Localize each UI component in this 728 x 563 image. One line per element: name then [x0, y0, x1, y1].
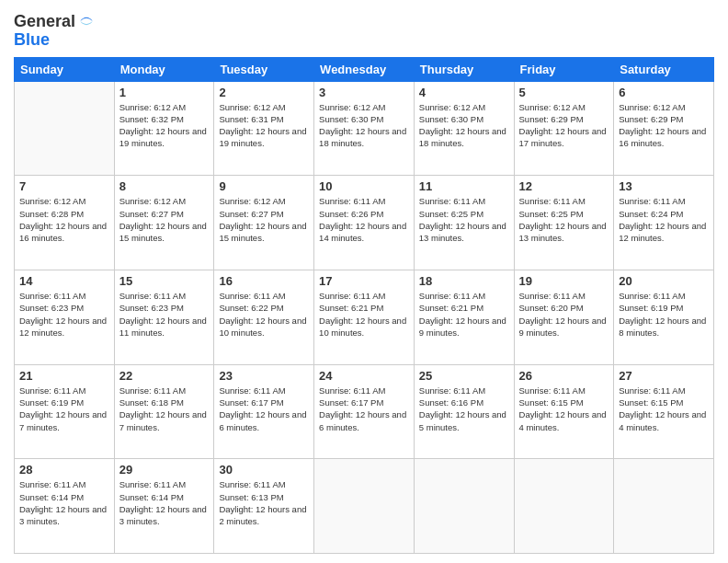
day-info: Sunrise: 6:12 AM Sunset: 6:27 PM Dayligh…: [219, 195, 309, 244]
day-number: 23: [219, 369, 309, 383]
calendar-cell: 20 Sunrise: 6:11 AM Sunset: 6:19 PM Dayl…: [614, 270, 714, 364]
day-info: Sunrise: 6:11 AM Sunset: 6:24 PM Dayligh…: [619, 195, 709, 244]
day-info: Sunrise: 6:12 AM Sunset: 6:31 PM Dayligh…: [219, 101, 309, 150]
calendar-cell: 10 Sunrise: 6:11 AM Sunset: 6:26 PM Dayl…: [314, 176, 415, 270]
day-number: 30: [219, 463, 309, 477]
day-info: Sunrise: 6:12 AM Sunset: 6:28 PM Dayligh…: [19, 195, 109, 244]
day-info: Sunrise: 6:12 AM Sunset: 6:29 PM Dayligh…: [619, 101, 709, 150]
day-info: Sunrise: 6:11 AM Sunset: 6:15 PM Dayligh…: [519, 385, 609, 433]
day-info: Sunrise: 6:11 AM Sunset: 6:16 PM Dayligh…: [419, 385, 509, 433]
calendar-week-row: 1 Sunrise: 6:12 AM Sunset: 6:32 PM Dayli…: [15, 81, 714, 176]
day-number: 24: [319, 369, 409, 383]
weekday-header-friday: Friday: [514, 57, 614, 81]
day-number: 2: [219, 86, 309, 99]
calendar-cell: 7 Sunrise: 6:12 AM Sunset: 6:28 PM Dayli…: [15, 176, 115, 270]
calendar-cell: 23 Sunrise: 6:11 AM Sunset: 6:17 PM Dayl…: [214, 364, 314, 459]
calendar-cell: 24 Sunrise: 6:11 AM Sunset: 6:17 PM Dayl…: [314, 364, 415, 459]
day-number: 1: [119, 86, 210, 99]
calendar-cell: 17 Sunrise: 6:11 AM Sunset: 6:21 PM Dayl…: [314, 270, 415, 364]
calendar-cell: 29 Sunrise: 6:11 AM Sunset: 6:14 PM Dayl…: [114, 459, 214, 554]
day-info: Sunrise: 6:11 AM Sunset: 6:21 PM Dayligh…: [319, 290, 409, 339]
weekday-header-tuesday: Tuesday: [214, 57, 314, 81]
calendar-week-row: 7 Sunrise: 6:12 AM Sunset: 6:28 PM Dayli…: [15, 176, 714, 270]
calendar-cell: 5 Sunrise: 6:12 AM Sunset: 6:29 PM Dayli…: [514, 81, 614, 176]
day-info: Sunrise: 6:12 AM Sunset: 6:30 PM Dayligh…: [319, 101, 409, 150]
weekday-header-saturday: Saturday: [614, 57, 714, 81]
page: General Blue SundayMondayTuesdayWednesda…: [0, 0, 728, 563]
calendar-cell: 11 Sunrise: 6:11 AM Sunset: 6:25 PM Dayl…: [414, 176, 514, 270]
day-info: Sunrise: 6:12 AM Sunset: 6:30 PM Dayligh…: [419, 101, 509, 150]
day-info: Sunrise: 6:11 AM Sunset: 6:23 PM Dayligh…: [119, 290, 210, 339]
calendar-week-row: 28 Sunrise: 6:11 AM Sunset: 6:14 PM Dayl…: [15, 459, 714, 554]
calendar-cell: [414, 459, 514, 554]
day-info: Sunrise: 6:11 AM Sunset: 6:25 PM Dayligh…: [419, 195, 509, 244]
weekday-header-row: SundayMondayTuesdayWednesdayThursdayFrid…: [15, 57, 714, 81]
day-number: 19: [519, 274, 609, 288]
calendar-cell: 19 Sunrise: 6:11 AM Sunset: 6:20 PM Dayl…: [514, 270, 614, 364]
day-info: Sunrise: 6:11 AM Sunset: 6:19 PM Dayligh…: [619, 290, 709, 339]
calendar-cell: 9 Sunrise: 6:12 AM Sunset: 6:27 PM Dayli…: [214, 176, 314, 270]
calendar-cell: 2 Sunrise: 6:12 AM Sunset: 6:31 PM Dayli…: [214, 81, 314, 176]
day-number: 9: [219, 179, 309, 193]
calendar-cell: 28 Sunrise: 6:11 AM Sunset: 6:14 PM Dayl…: [15, 459, 115, 554]
header: General Blue: [14, 9, 714, 50]
calendar-cell: 27 Sunrise: 6:11 AM Sunset: 6:15 PM Dayl…: [614, 364, 714, 459]
day-info: Sunrise: 6:11 AM Sunset: 6:17 PM Dayligh…: [319, 385, 409, 433]
logo: General Blue: [14, 13, 96, 50]
calendar-cell: 6 Sunrise: 6:12 AM Sunset: 6:29 PM Dayli…: [614, 81, 714, 176]
day-number: 29: [119, 463, 210, 477]
day-info: Sunrise: 6:12 AM Sunset: 6:32 PM Dayligh…: [119, 101, 210, 150]
calendar-cell: [15, 81, 115, 176]
calendar-cell: 30 Sunrise: 6:11 AM Sunset: 6:13 PM Dayl…: [214, 459, 314, 554]
calendar-cell: 15 Sunrise: 6:11 AM Sunset: 6:23 PM Dayl…: [114, 270, 214, 364]
day-number: 6: [619, 86, 709, 99]
day-number: 4: [419, 86, 509, 99]
day-info: Sunrise: 6:11 AM Sunset: 6:18 PM Dayligh…: [119, 385, 210, 433]
day-number: 11: [419, 179, 509, 193]
day-number: 10: [319, 179, 409, 193]
calendar-cell: 25 Sunrise: 6:11 AM Sunset: 6:16 PM Dayl…: [414, 364, 514, 459]
calendar-cell: 14 Sunrise: 6:11 AM Sunset: 6:23 PM Dayl…: [15, 270, 115, 364]
day-number: 14: [19, 274, 109, 288]
calendar-cell: 16 Sunrise: 6:11 AM Sunset: 6:22 PM Dayl…: [214, 270, 314, 364]
calendar-cell: 13 Sunrise: 6:11 AM Sunset: 6:24 PM Dayl…: [614, 176, 714, 270]
day-info: Sunrise: 6:11 AM Sunset: 6:21 PM Dayligh…: [419, 290, 509, 339]
logo-icon: [77, 12, 96, 30]
calendar: SundayMondayTuesdayWednesdayThursdayFrid…: [14, 57, 714, 554]
calendar-cell: 12 Sunrise: 6:11 AM Sunset: 6:25 PM Dayl…: [514, 176, 614, 270]
weekday-header-thursday: Thursday: [414, 57, 514, 81]
weekday-header-monday: Monday: [114, 57, 214, 81]
calendar-cell: 26 Sunrise: 6:11 AM Sunset: 6:15 PM Dayl…: [514, 364, 614, 459]
day-number: 5: [519, 86, 609, 99]
calendar-cell: 22 Sunrise: 6:11 AM Sunset: 6:18 PM Dayl…: [114, 364, 214, 459]
calendar-cell: 18 Sunrise: 6:11 AM Sunset: 6:21 PM Dayl…: [414, 270, 514, 364]
day-info: Sunrise: 6:11 AM Sunset: 6:15 PM Dayligh…: [619, 385, 709, 433]
day-info: Sunrise: 6:11 AM Sunset: 6:14 PM Dayligh…: [119, 478, 210, 527]
day-number: 28: [19, 463, 109, 477]
day-info: Sunrise: 6:12 AM Sunset: 6:27 PM Dayligh…: [119, 195, 210, 244]
day-number: 22: [119, 369, 210, 383]
calendar-cell: 8 Sunrise: 6:12 AM Sunset: 6:27 PM Dayli…: [114, 176, 214, 270]
day-number: 27: [619, 369, 709, 383]
day-number: 12: [519, 179, 609, 193]
day-info: Sunrise: 6:11 AM Sunset: 6:14 PM Dayligh…: [19, 478, 109, 527]
day-number: 17: [319, 274, 409, 288]
calendar-cell: [314, 459, 415, 554]
calendar-cell: 21 Sunrise: 6:11 AM Sunset: 6:19 PM Dayl…: [15, 364, 115, 459]
day-info: Sunrise: 6:11 AM Sunset: 6:20 PM Dayligh…: [519, 290, 609, 339]
calendar-cell: 3 Sunrise: 6:12 AM Sunset: 6:30 PM Dayli…: [314, 81, 415, 176]
weekday-header-wednesday: Wednesday: [314, 57, 415, 81]
day-info: Sunrise: 6:11 AM Sunset: 6:13 PM Dayligh…: [219, 478, 309, 527]
day-number: 20: [619, 274, 709, 288]
day-number: 26: [519, 369, 609, 383]
day-number: 25: [419, 369, 509, 383]
calendar-week-row: 21 Sunrise: 6:11 AM Sunset: 6:19 PM Dayl…: [15, 364, 714, 459]
day-number: 13: [619, 179, 709, 193]
calendar-cell: [514, 459, 614, 554]
day-number: 3: [319, 86, 409, 99]
logo-text-general: General: [14, 13, 75, 31]
day-number: 16: [219, 274, 309, 288]
day-info: Sunrise: 6:11 AM Sunset: 6:26 PM Dayligh…: [319, 195, 409, 244]
calendar-cell: [614, 459, 714, 554]
day-info: Sunrise: 6:11 AM Sunset: 6:22 PM Dayligh…: [219, 290, 309, 339]
